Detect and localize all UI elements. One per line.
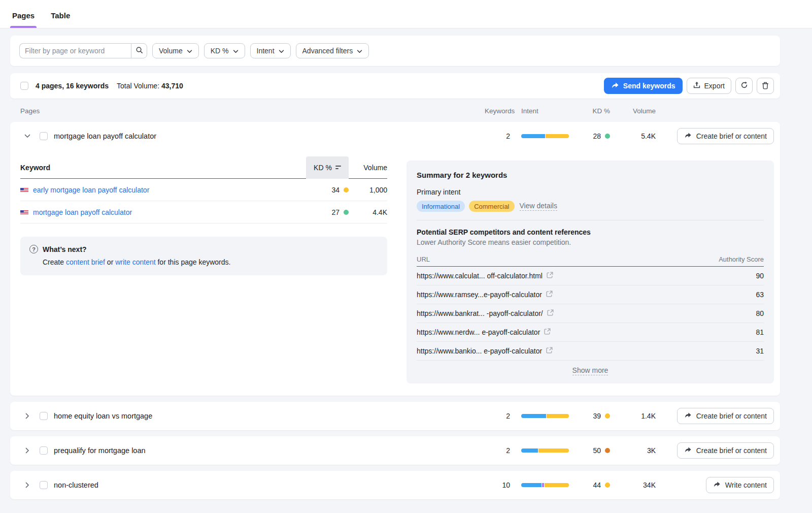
send-keywords-button[interactable]: Send keywords	[604, 78, 683, 94]
serp-url-row: https://www.calculat... off-calculator.h…	[417, 267, 764, 285]
page-kd-value: 44	[593, 481, 601, 489]
serp-url[interactable]: https://www.bankio... e-payoff-calculato…	[417, 347, 542, 355]
external-link-icon[interactable]	[547, 309, 554, 317]
keyword-cell: mortgage loan payoff calculator	[20, 208, 306, 216]
send-arrow-icon	[684, 446, 692, 455]
search-input[interactable]	[19, 43, 131, 58]
keyword-column-header: Keyword	[20, 164, 306, 172]
page-title: home equity loan vs mortgage	[54, 412, 152, 420]
panel-divider	[417, 220, 764, 220]
serp-url[interactable]: https://www.bankrat... -payoff-calculato…	[417, 309, 543, 317]
delete-button[interactable]	[757, 78, 774, 94]
authority-score: 81	[733, 328, 764, 336]
keyword-table-header: Keyword KD % Volume	[20, 156, 387, 179]
keyword-link[interactable]: early mortgage loan payoff calculator	[33, 186, 149, 194]
external-link-icon[interactable]	[544, 328, 551, 336]
send-arrow-icon	[611, 82, 619, 90]
view-details-link[interactable]: View details	[520, 202, 557, 211]
external-link-icon[interactable]	[546, 347, 553, 355]
page-card-non-clustered: non-clustered 10 44 34K Write content	[10, 471, 780, 499]
kd-difficulty-dot	[605, 134, 610, 139]
chevron-down-icon	[357, 47, 362, 55]
advanced-filters-dropdown[interactable]: Advanced filters	[296, 43, 369, 58]
select-all-checkbox[interactable]	[20, 82, 28, 90]
chevron-down-icon	[233, 47, 239, 55]
intent-bar	[521, 483, 569, 487]
authority-score: 31	[733, 347, 764, 355]
serp-url[interactable]: https://www.ramsey...e-payoff-calculator	[417, 291, 542, 299]
refresh-icon	[740, 81, 748, 90]
page-kd-value: 39	[593, 412, 601, 420]
serp-url[interactable]: https://www.nerdw... e-payoff-calculator	[417, 328, 540, 336]
page-row: home equity loan vs mortgage 2 39 1.4K C…	[10, 402, 780, 430]
write-content-link[interactable]: write content	[115, 258, 155, 266]
page-keywords-count: 2	[485, 132, 510, 140]
action-button-label: Write content	[725, 481, 767, 489]
url-column-header: URL	[417, 255, 719, 263]
kd-difficulty-dot	[605, 448, 610, 453]
page-keywords-count: 2	[485, 412, 510, 420]
expand-chevron-right-icon[interactable]	[23, 446, 31, 455]
expand-chevron-right-icon[interactable]	[23, 412, 31, 420]
page-keywords-count: 10	[485, 481, 510, 489]
column-volume: Volume	[610, 107, 656, 115]
collapse-chevron-down-icon[interactable]	[23, 132, 31, 140]
page-checkbox[interactable]	[40, 132, 48, 140]
refresh-button[interactable]	[735, 78, 753, 94]
show-more-link[interactable]: Show more	[572, 366, 608, 375]
kd-column-header-sorted[interactable]: KD %	[306, 156, 349, 179]
keyword-table: Keyword KD % Volume early mortgage loan …	[20, 156, 387, 275]
kd-filter-label: KD %	[211, 47, 229, 55]
export-button[interactable]: Export	[687, 78, 731, 94]
kd-difficulty-dot	[344, 210, 349, 215]
page-volume: 5.4K	[610, 132, 656, 140]
external-link-icon[interactable]	[546, 291, 553, 299]
serp-competitors-title: Potential SERP competitors and content r…	[417, 228, 764, 236]
intent-filter-dropdown[interactable]: Intent	[250, 43, 291, 58]
serp-url[interactable]: https://www.calculat... off-calculator.h…	[417, 272, 543, 280]
chevron-down-icon	[279, 47, 284, 55]
page-checkbox[interactable]	[40, 481, 48, 489]
page-row-left: mortgage loan payoff calculator	[20, 132, 485, 140]
kd-column-header-label: KD %	[314, 164, 332, 172]
send-arrow-icon	[684, 412, 692, 420]
volume-column-header[interactable]: Volume	[349, 164, 387, 172]
column-kd: KD %	[580, 107, 610, 115]
search-button[interactable]	[131, 43, 147, 58]
create-brief-or-content-button[interactable]: Create brief or content	[677, 442, 774, 459]
keyword-link[interactable]: mortgage loan payoff calculator	[33, 208, 132, 216]
export-icon	[693, 81, 700, 90]
page-checkbox[interactable]	[40, 412, 48, 420]
search-icon	[136, 46, 143, 55]
tab-table[interactable]: Table	[49, 11, 72, 28]
send-arrow-icon	[684, 132, 692, 140]
authority-score: 63	[733, 291, 764, 299]
write-content-button[interactable]: Write content	[706, 477, 774, 493]
page-checkbox[interactable]	[40, 446, 48, 455]
volume-filter-dropdown[interactable]: Volume	[152, 43, 199, 58]
create-brief-or-content-button[interactable]: Create brief or content	[677, 128, 774, 144]
page-keywords-count: 2	[485, 446, 510, 455]
kd-filter-dropdown[interactable]: KD %	[204, 43, 245, 58]
page-card-prequalify-for-mortgage-loan: prequalify for mortgage loan 2 50 3K Cre…	[10, 436, 780, 465]
tab-pages-label: Pages	[12, 11, 35, 20]
volume-filter-label: Volume	[159, 47, 183, 55]
chevron-down-icon	[187, 47, 192, 55]
page-volume: 1.4K	[610, 412, 656, 420]
tab-table-label: Table	[51, 11, 70, 20]
content-brief-link[interactable]: content brief	[66, 258, 105, 266]
tab-pages[interactable]: Pages	[10, 11, 37, 28]
export-label: Export	[704, 82, 725, 90]
column-keywords: Keywords	[485, 107, 510, 115]
url-table-header: URL Authority Score	[417, 252, 764, 267]
page-title: mortgage loan payoff calculator	[54, 132, 156, 140]
external-link-icon[interactable]	[547, 272, 553, 280]
page-kd-value: 50	[593, 446, 601, 455]
create-brief-or-content-button[interactable]: Create brief or content	[677, 408, 774, 424]
tab-active-indicator	[10, 26, 37, 28]
serp-competitors-subtitle: Lower Authority Score means easier compe…	[417, 238, 764, 246]
intent-bar	[521, 134, 569, 138]
expand-chevron-right-icon[interactable]	[23, 481, 31, 489]
selection-toolbar: 4 pages, 16 keywords Total Volume: 43,71…	[10, 73, 780, 99]
page-kd-value: 28	[593, 132, 601, 140]
